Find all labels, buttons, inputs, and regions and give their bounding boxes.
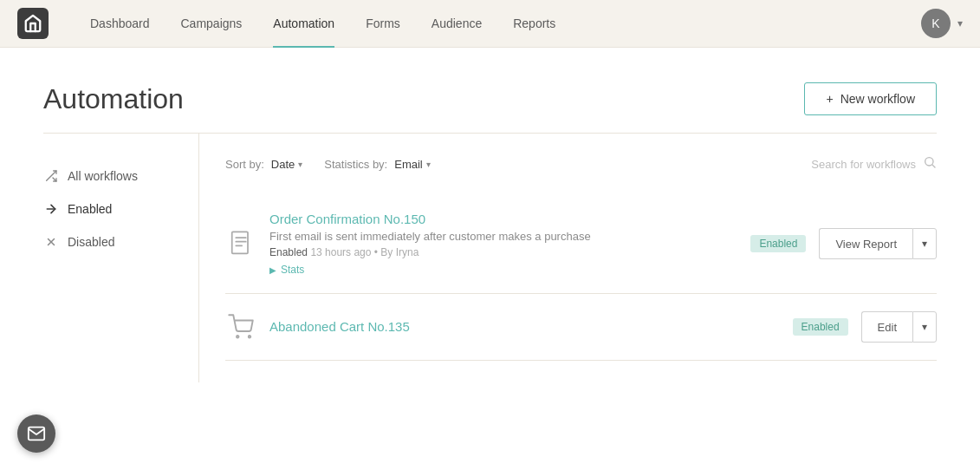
workflow-1-stats-label: Stats (281, 264, 304, 276)
nav-campaigns[interactable]: Campaigns (165, 0, 258, 48)
workflow-2-action-chevron[interactable]: ▾ (912, 311, 937, 343)
workflow-1-action-chevron[interactable]: ▾ (912, 228, 937, 259)
nav-audience[interactable]: Audience (416, 0, 497, 48)
sort-chevron-icon: ▾ (298, 160, 302, 169)
sidebar: All workflows Enabled Disabled (43, 134, 199, 382)
sort-label: Sort by: (225, 158, 264, 171)
workflow-item-1: Order Confirmation No.150 First email is… (225, 194, 937, 294)
workflow-area: Sort by: Date ▾ Statistics by: Email ▾ S… (199, 134, 937, 382)
sidebar-item-enabled[interactable]: Enabled (43, 193, 198, 225)
workflow-1-status-badge: Enabled (750, 235, 806, 252)
svg-rect-7 (232, 232, 248, 253)
mail-icon (27, 424, 46, 443)
sidebar-item-disabled[interactable]: Disabled (43, 225, 198, 258)
workflow-2-info: Abandoned Cart No.135 (269, 319, 780, 335)
workflow-1-name[interactable]: Order Confirmation No.150 (269, 212, 425, 226)
workflow-item-2: Abandoned Cart No.135 Enabled Edit ▾ (225, 294, 937, 361)
nav-reports[interactable]: Reports (497, 0, 571, 48)
page-title: Automation (43, 83, 184, 115)
workflow-1-meta-status: Enabled (269, 246, 308, 258)
stats-select[interactable]: Email ▾ (394, 158, 431, 171)
nav-forms[interactable]: Forms (350, 0, 416, 48)
workflow-2-actions: Edit ▾ (861, 311, 937, 343)
workflow-2-status-badge: Enabled (793, 318, 848, 336)
stats-chevron-icon: ▾ (426, 160, 431, 169)
page-header: Automation + New workflow (43, 48, 937, 134)
new-workflow-plus-icon: + (826, 92, 833, 106)
nav-dashboard[interactable]: Dashboard (75, 0, 165, 48)
chevron-down-icon-2: ▾ (922, 321, 927, 333)
svg-point-11 (237, 336, 239, 338)
navbar: Dashboard Campaigns Automation Forms Aud… (0, 0, 980, 48)
workflow-1-actions: View Report ▾ (819, 228, 937, 259)
search-area: Search for workflows (811, 155, 937, 173)
stats-label: Statistics by: (324, 158, 387, 171)
workflow-2-primary-action[interactable]: Edit (861, 311, 912, 343)
sort-select[interactable]: Date ▾ (271, 158, 302, 171)
main-content: Automation + New workflow All workflows (0, 48, 980, 470)
new-workflow-label: New workflow (840, 92, 915, 106)
workflow-cart-icon (225, 311, 256, 343)
nav-automation[interactable]: Automation (257, 0, 350, 48)
stats-value: Email (394, 158, 423, 171)
filter-bar: Sort by: Date ▾ Statistics by: Email ▾ S… (225, 155, 937, 173)
new-workflow-button[interactable]: + New workflow (804, 82, 937, 115)
sidebar-enabled-label: Enabled (68, 202, 112, 216)
workflow-1-desc: First email is sent immediately after cu… (269, 230, 737, 243)
stats-arrow-icon: ▶ (269, 265, 276, 275)
sidebar-disabled-label: Disabled (68, 235, 114, 249)
workflow-document-icon (225, 228, 256, 259)
workflow-1-meta-time: 13 hours ago • (310, 246, 380, 258)
workflow-2-name[interactable]: Abandoned Cart No.135 (269, 319, 410, 334)
workflow-1-stats[interactable]: ▶ Stats (269, 264, 737, 276)
search-placeholder-text: Search for workflows (811, 158, 916, 171)
sort-value: Date (271, 158, 295, 171)
workflow-1-primary-action[interactable]: View Report (819, 228, 912, 259)
floating-mail-button[interactable] (17, 415, 55, 453)
arrow-right-icon (43, 201, 59, 217)
nav-links: Dashboard Campaigns Automation Forms Aud… (75, 0, 921, 48)
nav-right: K ▾ (921, 9, 963, 38)
sidebar-item-all[interactable]: All workflows (43, 160, 198, 193)
app-logo[interactable] (17, 8, 49, 39)
x-icon (43, 234, 59, 250)
workflow-1-meta-by: By Iryna (380, 246, 419, 258)
user-avatar[interactable]: K (921, 9, 951, 38)
content-area: All workflows Enabled Disabled (43, 134, 937, 382)
workflow-1-meta: Enabled 13 hours ago • By Iryna (269, 246, 737, 258)
shuffle-icon (43, 168, 59, 184)
sidebar-all-label: All workflows (68, 169, 138, 183)
svg-point-5 (925, 158, 933, 166)
chevron-down-icon: ▾ (922, 238, 927, 250)
workflow-1-info: Order Confirmation No.150 First email is… (269, 212, 737, 276)
svg-point-12 (249, 336, 251, 338)
search-icon[interactable] (923, 155, 937, 173)
svg-line-6 (932, 165, 935, 167)
user-menu-chevron[interactable]: ▾ (957, 17, 963, 29)
